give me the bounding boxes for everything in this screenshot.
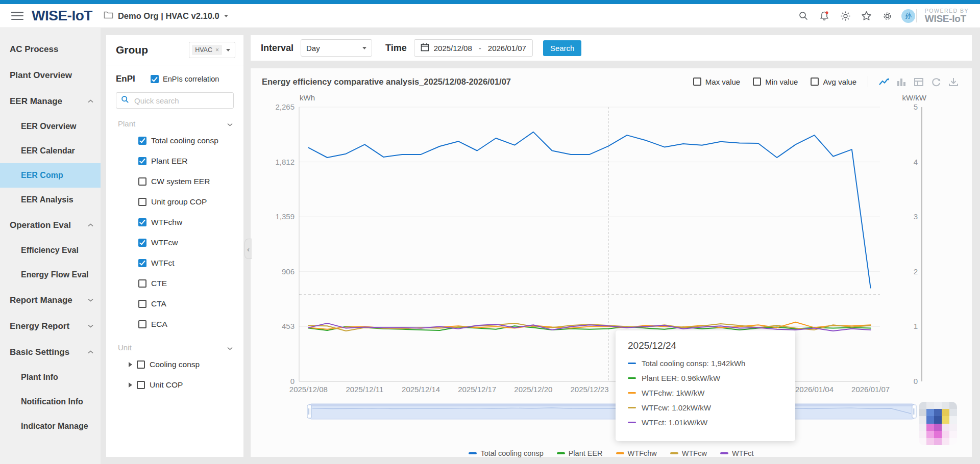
quick-search-input[interactable] xyxy=(133,96,237,106)
min-value-row: Min value xyxy=(753,78,798,86)
notification-bell-icon[interactable] xyxy=(819,11,829,21)
expander-arrow-icon[interactable] xyxy=(129,382,132,388)
query-toolbar: Interval Day Time 2025/12/08 - 2026/01/0… xyxy=(250,35,972,61)
legend-item-wtfchw[interactable]: WTFchw xyxy=(616,449,657,457)
search-icon[interactable] xyxy=(798,11,808,21)
series-dash-icon xyxy=(628,377,636,379)
max-value-checkbox[interactable] xyxy=(693,78,701,86)
enpi-tree: PlantTotal cooling conspPlant EERCW syst… xyxy=(106,119,243,393)
tooltip-date: 2025/12/24 xyxy=(628,340,783,351)
powered-by-text: POWERED BY xyxy=(925,8,969,14)
wtfchw-checkbox[interactable] xyxy=(138,218,146,226)
legend-item-wtfcw[interactable]: WTFcw xyxy=(670,449,707,457)
unit-group-cop-checkbox[interactable] xyxy=(138,198,146,206)
download-icon[interactable] xyxy=(948,76,959,87)
chart-title: Energy efficiency comparative analysis_2… xyxy=(262,77,693,87)
expander-arrow-icon[interactable] xyxy=(129,362,132,367)
chevron-up-icon xyxy=(88,99,93,103)
panel-collapse-icon[interactable]: ‹ xyxy=(244,239,252,259)
sidebar-item-label: EER Calendar xyxy=(21,146,93,156)
series-dash-icon xyxy=(616,452,624,454)
sidebar-item-eer-analysis[interactable]: EER Analysis xyxy=(0,188,101,212)
unit-cop-checkbox[interactable] xyxy=(137,381,145,389)
cte-checkbox[interactable] xyxy=(138,279,146,288)
org-switcher[interactable]: Demo Org | HVAC v2.10.0 xyxy=(104,11,228,21)
date-range-input[interactable]: 2025/12/08 - 2026/01/07 xyxy=(414,39,533,57)
series-dash-icon xyxy=(557,452,565,454)
legend-item-plant-eer[interactable]: Plant EER xyxy=(557,449,603,457)
series-dash-icon xyxy=(720,452,728,454)
group-select[interactable]: HVAC × xyxy=(189,42,235,58)
svg-text:2025/12/11: 2025/12/11 xyxy=(346,385,383,394)
sidebar-item-eer-calendar[interactable]: EER Calendar xyxy=(0,139,101,163)
svg-text:2026/01/07: 2026/01/07 xyxy=(851,385,890,394)
sidebar-item-operation-eval[interactable]: Operation Eval xyxy=(0,212,101,238)
theme-brightness-icon[interactable] xyxy=(840,11,850,21)
search-button[interactable]: Search xyxy=(543,40,582,56)
enpi-item-cw-system-eer: CW system EER xyxy=(106,173,243,190)
total-cooling-consp-checkbox[interactable] xyxy=(138,137,146,145)
cooling-consp-checkbox[interactable] xyxy=(137,360,145,369)
wtfcw-checkbox[interactable] xyxy=(138,239,146,247)
sidebar-item-label: Notification Info xyxy=(21,397,93,406)
legend-item-total-cooling-consp[interactable]: Total cooling consp xyxy=(469,449,543,457)
svg-text:kW/kW: kW/kW xyxy=(902,93,927,102)
bar-chart-icon[interactable] xyxy=(896,76,906,87)
enpi-item-total-cooling-consp: Total cooling consp xyxy=(106,132,243,149)
sidebar-item-plant-info[interactable]: Plant Info xyxy=(0,365,101,390)
svg-text:453: 453 xyxy=(282,322,295,330)
sidebar-item-notification-info[interactable]: Notification Info xyxy=(0,390,101,414)
min-value-checkbox[interactable] xyxy=(753,78,761,86)
svg-text:2026/01/04: 2026/01/04 xyxy=(795,385,834,394)
interval-select[interactable]: Day xyxy=(301,39,372,57)
hamburger-menu-icon[interactable] xyxy=(11,12,23,20)
enpi-item-label: CW system EER xyxy=(151,177,210,186)
tooltip-row-plant-eer: Plant EER: 0.96kW/kW xyxy=(628,374,783,382)
legend-item-wtfct[interactable]: WTFct xyxy=(720,449,754,457)
sidebar-item-label: Energy Report xyxy=(10,321,86,331)
tooltip-value: Total cooling consp: 1,942kWh xyxy=(642,359,745,368)
sidebar-item-eer-manage[interactable]: EER Manage xyxy=(0,88,101,114)
remove-tag-icon[interactable]: × xyxy=(215,46,219,54)
section-label-unit[interactable]: Unit xyxy=(118,343,233,352)
sidebar-item-energy-report[interactable]: Energy Report xyxy=(0,313,101,339)
eca-checkbox[interactable] xyxy=(138,320,146,328)
blurred-floating-widget[interactable] xyxy=(919,402,957,445)
sidebar-item-label: EER Manage xyxy=(10,96,86,107)
sidebar-item-efficiency-eval[interactable]: Efficiency Eval xyxy=(0,238,101,263)
enpi-item-plant-eer: Plant EER xyxy=(106,152,243,169)
sidebar-item-label: Report Manage xyxy=(10,295,86,305)
section-title: Unit xyxy=(118,343,132,352)
favorite-star-icon[interactable] xyxy=(861,11,871,21)
sidebar-item-indicator-manage[interactable]: Indicator Manage xyxy=(0,414,101,439)
svg-text:2025/12/14: 2025/12/14 xyxy=(402,385,440,394)
section-label-plant[interactable]: Plant xyxy=(118,119,233,128)
trend-line-icon[interactable] xyxy=(878,76,889,87)
chevron-down-icon xyxy=(226,49,230,51)
cw-system-eer-checkbox[interactable] xyxy=(138,177,146,186)
svg-text:2025/12/08: 2025/12/08 xyxy=(289,385,328,394)
enpis-correlation-checkbox[interactable] xyxy=(151,75,159,83)
line-chart[interactable]: 04539061,3591,8122,265012345kWhkW/kW2025… xyxy=(251,87,972,427)
sidebar-item-report-manage[interactable]: Report Manage xyxy=(0,287,101,313)
user-avatar[interactable]: 孙 xyxy=(901,9,915,23)
sidebar-item-basic-settings[interactable]: Basic Settings xyxy=(0,339,101,365)
main-content: ‹ Interval Day Time 2025/12/08 - 2026/01… xyxy=(250,35,972,457)
refresh-icon[interactable] xyxy=(930,76,941,87)
series-dash-icon xyxy=(670,452,678,454)
svg-text:5: 5 xyxy=(914,102,918,111)
avg-value-checkbox[interactable] xyxy=(811,78,819,86)
settings-gear-icon[interactable] xyxy=(882,11,892,21)
data-table-icon[interactable] xyxy=(913,76,924,87)
plant-eer-checkbox[interactable] xyxy=(138,157,146,165)
sidebar-item-ac-process[interactable]: AC Process xyxy=(0,36,101,62)
sidebar-item-eer-overview[interactable]: EER Overview xyxy=(0,114,101,139)
sidebar-item-energy-flow-eval[interactable]: Energy Flow Eval xyxy=(0,263,101,287)
sidebar-item-plant-overview[interactable]: Plant Overview xyxy=(0,62,101,88)
sidebar-item-eer-comp[interactable]: EER Comp xyxy=(0,163,101,188)
chevron-down-icon xyxy=(224,15,228,17)
sidebar-item-label: Basic Settings xyxy=(10,347,86,357)
svg-text:1,359: 1,359 xyxy=(275,212,295,221)
wtfct-checkbox[interactable] xyxy=(138,259,146,267)
cta-checkbox[interactable] xyxy=(138,300,146,308)
